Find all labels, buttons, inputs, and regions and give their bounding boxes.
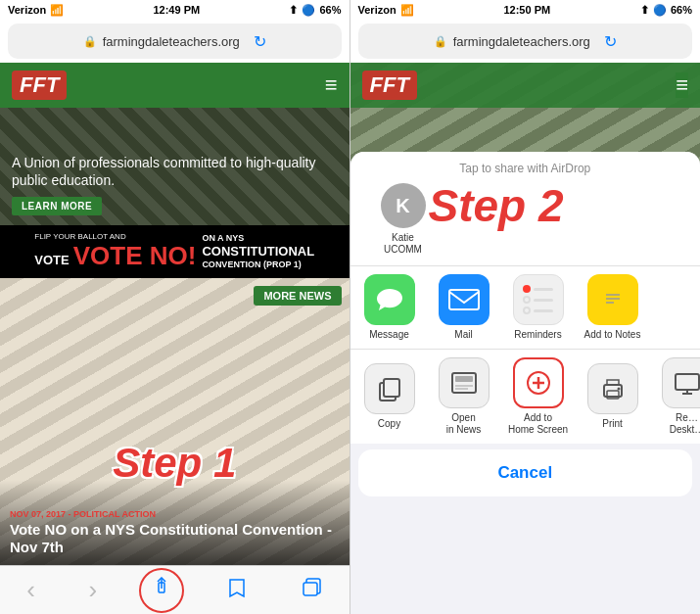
reminders-icon — [513, 274, 564, 325]
print-label: Print — [602, 418, 623, 430]
status-bar-right: Verizon 📶 12:50 PM ⬆ 🔵 66% — [350, 0, 701, 20]
svg-rect-3 — [602, 289, 624, 310]
more-news-button[interactable]: MORE NEWS — [254, 286, 341, 306]
airdrop-section: Tap to share with AirDrop K Katie UCOMM — [350, 152, 701, 265]
svg-point-18 — [617, 388, 620, 391]
cancel-button[interactable]: Cancel — [358, 449, 693, 496]
action-open-news[interactable]: Openin News — [429, 357, 499, 436]
bottom-toolbar-left: ‹ › — [0, 565, 350, 614]
status-bar-left: Verizon 📶 12:49 PM ⬆ 🔵 66% — [0, 0, 350, 20]
step1-label: Step 1 — [113, 440, 236, 487]
airdrop-name: Katie UCOMM — [384, 232, 422, 256]
right-hero-header: FFT ≡ — [350, 63, 701, 108]
convention-text: CONVENTION (Prop 1) — [202, 260, 301, 270]
share-button[interactable] — [141, 573, 182, 608]
reload-button-right[interactable]: ↻ — [604, 32, 617, 51]
tabs-button[interactable] — [291, 573, 332, 608]
share-icon — [151, 577, 172, 604]
right-panel: Verizon 📶 12:50 PM ⬆ 🔵 66% 🔒 farmingdale… — [350, 0, 701, 614]
action-print[interactable]: Print — [578, 363, 648, 430]
actions-row: Copy Openin News — [350, 349, 701, 444]
svg-rect-2 — [449, 290, 479, 309]
open-news-icon — [439, 357, 490, 408]
airdrop-person[interactable]: K Katie UCOMM — [374, 183, 433, 256]
lock-icon-right: 🔒 — [434, 35, 447, 48]
add-home-label: Add toHome Screen — [508, 412, 568, 436]
fft-logo-right: FFT — [362, 71, 417, 100]
copy-label: Copy — [378, 418, 400, 430]
action-add-home[interactable]: Add toHome Screen — [503, 357, 574, 436]
fft-logo-left: FFT — [12, 71, 67, 100]
back-button[interactable]: ‹ — [17, 571, 45, 609]
news-section: MORE NEWS Step 1 NOV 07, 2017 - POLITICA… — [0, 278, 350, 565]
print-icon — [587, 363, 638, 414]
forward-button[interactable]: › — [79, 571, 108, 609]
svg-rect-19 — [676, 374, 699, 390]
share-sheet: Step 2 Tap to share with AirDrop K Katie… — [350, 152, 701, 614]
constitutional-text: CONSTITUTIONAL — [202, 244, 314, 260]
bluetooth-icon: 🔵 — [302, 4, 315, 17]
open-news-label: Openin News — [446, 412, 482, 436]
mail-label: Mail — [454, 329, 472, 341]
bluetooth-icon-right: 🔵 — [653, 4, 667, 17]
battery-right: 66% — [671, 4, 692, 16]
time-left: 12:49 PM — [153, 4, 200, 16]
vote-banner: FLIP YOUR BALLOT AND VOTE VOTE NO! ON A … — [0, 225, 350, 278]
add-home-icon — [513, 357, 564, 408]
airdrop-avatar: K — [381, 183, 426, 228]
wifi-icon-right: 📶 — [400, 4, 414, 17]
battery-left: 66% — [319, 4, 341, 16]
hero-section: A Union of professionals committed to hi… — [0, 108, 350, 225]
status-left: Verizon 📶 — [8, 4, 64, 17]
bookmarks-button[interactable] — [216, 573, 257, 608]
message-icon — [364, 274, 415, 325]
url-left: farmingdaleteachers.org — [103, 34, 240, 49]
news-overlay: NOV 07, 2017 - POLITICAL ACTION Vote NO … — [0, 480, 350, 566]
reload-button-left[interactable]: ↻ — [254, 32, 266, 51]
hamburger-menu-right[interactable]: ≡ — [676, 72, 688, 98]
notes-label: Add to Notes — [584, 329, 641, 341]
svg-rect-8 — [384, 379, 399, 397]
address-bar-left[interactable]: 🔒 farmingdaleteachers.org ↻ — [8, 24, 342, 59]
hamburger-menu-left[interactable]: ≡ — [325, 72, 338, 98]
carrier-right: Verizon — [358, 4, 397, 16]
status-right-left: ⬆ 🔵 66% — [289, 4, 341, 17]
left-panel: Verizon 📶 12:49 PM ⬆ 🔵 66% 🔒 farmingdale… — [0, 0, 350, 614]
action-request-desktop[interactable]: Re…Deskt… — [652, 357, 701, 436]
back-icon: ‹ — [26, 575, 35, 605]
site-header-left: FFT ≡ — [0, 63, 350, 108]
news-title: Vote NO on a NYS Constitutional Conventi… — [10, 521, 340, 558]
request-desktop-label: Re…Deskt… — [670, 412, 700, 436]
message-label: Message — [369, 329, 409, 341]
vote-ona-text: ON A NYS — [202, 233, 244, 244]
address-bar-right[interactable]: 🔒 farmingdaleteachers.org ↻ — [358, 24, 693, 59]
svg-rect-10 — [455, 376, 473, 382]
carrier-left: Verizon — [8, 4, 46, 16]
share-app-message[interactable]: Message — [354, 274, 425, 341]
gps-icon-right: ⬆ — [640, 4, 649, 17]
copy-icon — [364, 363, 415, 414]
status-right-left-group: Verizon 📶 — [358, 4, 414, 17]
forward-icon: › — [89, 575, 98, 605]
wifi-icon: 📶 — [50, 4, 64, 17]
svg-rect-0 — [159, 583, 164, 592]
vote-no-text: VOTE NO! — [73, 241, 197, 271]
time-right: 12:50 PM — [503, 4, 550, 16]
action-copy[interactable]: Copy — [354, 363, 425, 430]
url-right: farmingdaleteachers.org — [453, 34, 590, 49]
share-app-notes[interactable]: Add to Notes — [578, 274, 648, 341]
reminders-label: Reminders — [514, 329, 561, 341]
cancel-section: Cancel — [358, 449, 693, 496]
lock-icon-left: 🔒 — [83, 35, 97, 48]
share-apps-row: Message Mail — [350, 265, 701, 349]
share-app-mail[interactable]: Mail — [429, 274, 499, 341]
hero-text: A Union of professionals committed to hi… — [12, 154, 338, 189]
tabs-icon — [301, 577, 322, 604]
notes-icon — [587, 274, 638, 325]
learn-more-button[interactable]: LEARN MORE — [12, 197, 102, 215]
request-desktop-icon — [662, 357, 701, 408]
news-date: NOV 07, 2017 - POLITICAL ACTION — [10, 509, 340, 519]
airdrop-label: Tap to share with AirDrop — [366, 162, 685, 175]
share-app-reminders[interactable]: Reminders — [503, 274, 574, 341]
vote-flip-text: FLIP YOUR BALLOT AND — [34, 232, 125, 241]
